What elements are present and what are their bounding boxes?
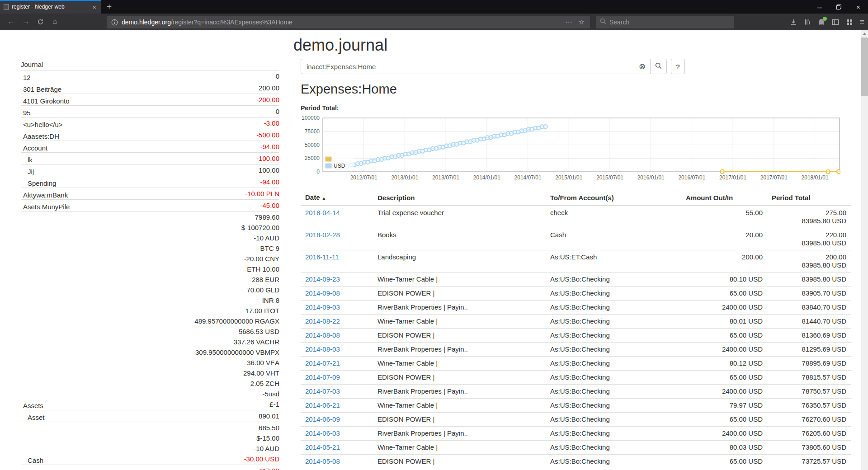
transaction-date-link[interactable]: 2014-08-08: [305, 331, 340, 339]
transaction-description: RiverBank Properties | Payin..: [373, 385, 546, 399]
account-link[interactable]: Jij: [21, 168, 34, 175]
new-tab-button[interactable]: +: [101, 0, 117, 14]
account-link[interactable]: Cash: [21, 456, 43, 464]
search-input[interactable]: [301, 59, 634, 74]
transaction-date-link[interactable]: 2018-02-28: [305, 231, 340, 239]
search-button[interactable]: [650, 59, 667, 74]
sidebar-account-row: Aktywa:mBank-10.00 PLN: [21, 188, 279, 199]
url-text[interactable]: demo.hledger.org/register?q=inacct%3AExp…: [122, 19, 292, 26]
tab-title: register - hledger-web: [12, 4, 91, 10]
account-link[interactable]: Aktywa:mBank: [21, 191, 68, 199]
account-link[interactable]: 301 Beiträge: [21, 85, 61, 93]
account-link[interactable]: Asets:MunyPile: [21, 203, 70, 211]
browser-search-placeholder: Search: [609, 19, 629, 26]
transaction-description: Wine-Tarner Cable |: [373, 315, 546, 329]
register-header: Date▲ Description To/From Account(s) Amo…: [301, 191, 851, 206]
transaction-date-link[interactable]: 2014-08-22: [305, 317, 340, 325]
account-balance: -500.00: [256, 130, 279, 140]
scrollbar-thumb[interactable]: [861, 38, 868, 96]
account-link[interactable]: 12: [21, 74, 31, 81]
column-amount: Amount Out/In: [681, 191, 767, 206]
extension-icon[interactable]: [818, 19, 825, 26]
transaction-date-link[interactable]: 2014-07-09: [305, 373, 340, 381]
bookmark-star-icon[interactable]: ☆: [579, 18, 585, 26]
home-button[interactable]: ⌂: [48, 15, 61, 28]
transaction-date-link[interactable]: 2014-07-03: [305, 387, 340, 395]
account-link[interactable]: Spending: [21, 179, 56, 187]
page-scrollbar[interactable]: [861, 30, 868, 470]
account-link[interactable]: Asset: [21, 414, 45, 421]
sidebar-journal-link[interactable]: Journal: [21, 59, 279, 70]
account-link[interactable]: lk: [21, 156, 33, 164]
transaction-date-link[interactable]: 2016-11-11: [305, 253, 339, 261]
window-controls: ×: [810, 0, 868, 14]
apps-grid-icon[interactable]: [846, 19, 853, 26]
register-table: Date▲ Description To/From Account(s) Amo…: [301, 191, 851, 468]
window-restore-button[interactable]: [829, 0, 849, 14]
menu-icon[interactable]: ≡: [860, 18, 864, 27]
account-link[interactable]: Aaasets:DH: [21, 132, 59, 140]
transaction-date-link[interactable]: 2014-06-21: [305, 401, 340, 409]
help-button[interactable]: ?: [671, 59, 685, 74]
transaction-date-link[interactable]: 2014-09-08: [305, 289, 340, 297]
tab-close-icon[interactable]: ×: [91, 3, 98, 11]
register-row: 2014-06-09EDISON POWER |As:US:Bo:Checkin…: [301, 413, 851, 427]
account-balance: 685.50$-15.00-10 AUD-30.00 USD: [244, 423, 279, 464]
transaction-account: As:US:Bo:Checking: [546, 357, 681, 371]
account-link[interactable]: 95: [21, 109, 31, 117]
scrollbar-up-icon[interactable]: [861, 30, 868, 37]
balance-amount: -94.00: [260, 177, 279, 187]
back-button[interactable]: ←: [5, 15, 18, 28]
transaction-description: Wine-Tarner Cable |: [373, 441, 546, 455]
active-tab[interactable]: register - hledger-web ×: [0, 0, 101, 14]
account-link[interactable]: Assets: [21, 402, 43, 409]
forward-button[interactable]: →: [19, 15, 33, 28]
account-balance: 890.01: [259, 411, 279, 421]
transaction-account: As:US:Bo:Checking: [546, 427, 681, 441]
window-close-button[interactable]: ×: [849, 0, 868, 14]
balance-amount: -10 AUD: [194, 233, 279, 243]
balance-amount: $-100720.00: [194, 222, 279, 233]
transaction-date-link[interactable]: 2014-07-21: [305, 359, 340, 367]
transaction-period-total: 76350.57 USD: [767, 399, 851, 413]
reload-button[interactable]: [33, 15, 47, 28]
register-row: 2014-08-08EDISON POWER |As:US:Bo:Checkin…: [301, 329, 851, 343]
transaction-date-link[interactable]: 2018-04-14: [305, 209, 340, 216]
browser-search-field[interactable]: Search: [596, 16, 734, 28]
transaction-date-link[interactable]: 2014-05-08: [305, 457, 340, 465]
library-icon[interactable]: [804, 19, 811, 26]
tab-favicon-icon: [4, 4, 9, 10]
transaction-date-link[interactable]: 2014-05-21: [305, 443, 340, 451]
page-actions-icon[interactable]: ⋯: [566, 18, 572, 26]
journal-title[interactable]: demo.journal: [293, 36, 387, 55]
search-icon: [655, 62, 662, 71]
window-minimize-button[interactable]: [810, 0, 829, 14]
url-bar[interactable]: demo.hledger.org/register?q=inacct%3AExp…: [107, 16, 590, 28]
svg-text:50000: 50000: [305, 142, 320, 148]
transaction-date-link[interactable]: 2014-09-23: [305, 275, 340, 283]
clear-search-button[interactable]: ⊗: [634, 59, 651, 74]
sort-by-date-link[interactable]: Date: [305, 193, 320, 201]
period-total-chart: 02500050000750001000002012/07/012013/01/…: [300, 114, 840, 185]
download-icon[interactable]: [790, 19, 797, 26]
svg-text:2014/01/01: 2014/01/01: [473, 174, 500, 181]
transaction-amount: 65.00 USD: [681, 287, 767, 301]
account-link[interactable]: <u>hello</u>: [21, 121, 63, 128]
sidebar: Journal 120301 Beiträge200.004101 Giroko…: [21, 59, 279, 470]
sidebar-toggle-icon[interactable]: [832, 19, 839, 26]
transaction-date-link[interactable]: 2014-06-09: [305, 415, 340, 423]
clear-icon: ⊗: [639, 62, 646, 70]
site-info-icon[interactable]: [107, 19, 122, 26]
transaction-date-link[interactable]: 2014-08-03: [305, 345, 340, 353]
transaction-date-link[interactable]: 2014-06-03: [305, 429, 340, 437]
column-description: Description: [373, 191, 546, 206]
balance-amount: -117.00: [257, 465, 279, 470]
transaction-amount: 80.10 USD: [681, 273, 767, 287]
transaction-account: As:US:Bo:Checking: [546, 273, 681, 287]
account-link[interactable]: Account: [21, 144, 47, 152]
account-link[interactable]: 4101 Girokonto: [21, 97, 70, 105]
transaction-description: EDISON POWER |: [373, 329, 546, 343]
register-row: 2014-06-21Wine-Tarner Cable |As:US:Bo:Ch…: [301, 399, 851, 413]
transaction-date-link[interactable]: 2014-09-03: [305, 303, 340, 311]
balance-amount: 100.00: [259, 165, 279, 175]
